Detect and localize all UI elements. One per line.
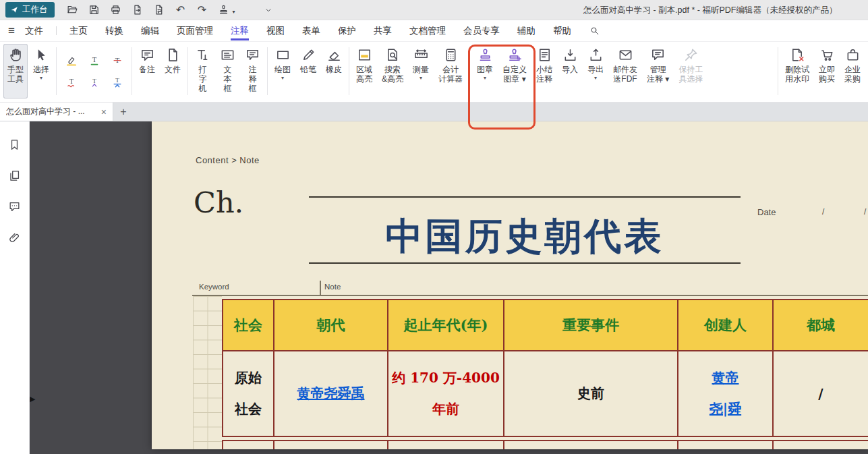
undo-icon[interactable]: ↶ — [175, 4, 187, 16]
ribbon-button-drawing[interactable]: 绘图▾ — [270, 44, 295, 98]
ribbon-label: 邮件发 — [613, 65, 637, 74]
ribbon-collapse-icon[interactable] — [262, 4, 274, 16]
ribbon-label: 手型 — [7, 65, 24, 74]
ribbon-label: 本 — [224, 74, 232, 84]
convert-doc-icon[interactable] — [153, 4, 165, 16]
ribbon-button-select[interactable]: 选择▾ — [29, 44, 53, 98]
ribbon-label: 导出 — [587, 65, 604, 74]
search-icon[interactable] — [589, 26, 600, 36]
ribbon-button-keep-tool-selected[interactable]: 保持工具选择 — [674, 44, 707, 98]
ribbon-button-measure[interactable]: 测量▾ — [409, 44, 433, 98]
comments-panel-icon[interactable] — [8, 200, 22, 213]
menu-item-file[interactable]: 文件 — [16, 20, 52, 41]
ribbon-button-email-fdf[interactable]: 邮件发送FDF — [609, 44, 641, 98]
window-title: 怎么面对高中学习 - 副本.pdf * - 福昕PDF编辑器（未经授权的产品） — [583, 0, 837, 20]
new-tab-button[interactable]: + — [113, 103, 134, 121]
document-title: 中国历史朝代表 — [309, 210, 741, 262]
menu-item-form[interactable]: 表单 — [293, 20, 329, 41]
open-file-icon[interactable] — [67, 4, 79, 16]
ribbon-button-search-highlight[interactable]: 搜索&高亮 — [378, 44, 407, 98]
callout-icon — [245, 46, 260, 64]
decor-line-bottom — [309, 262, 741, 264]
ribbon-label: 高亮 — [356, 74, 372, 84]
strikeout-text-button[interactable]: T — [107, 51, 127, 70]
menu-item-view[interactable]: 视图 — [258, 20, 293, 41]
dynasty-link[interactable]: 黄帝尧舜禹 — [297, 385, 365, 403]
page-breadcrumb-text: Content > Note — [196, 155, 260, 165]
draw-icon — [275, 46, 291, 64]
menu-item-comment[interactable]: 注释 — [222, 20, 258, 41]
ribbon-button-callout[interactable]: 注释框 — [241, 44, 264, 98]
ribbon-button-manage-comments[interactable]: 管理注释 ▾ — [643, 44, 673, 98]
ribbon-label: &高亮 — [382, 74, 403, 84]
ribbon-button-area-highlight[interactable]: 区域高亮 — [352, 44, 376, 98]
cell-events: 史前 — [504, 351, 678, 436]
print-icon[interactable] — [110, 4, 122, 16]
ribbon-button-hand-tool[interactable]: 手型工具 — [3, 44, 28, 98]
redo-icon[interactable]: ↷ — [196, 4, 208, 16]
menu-item-home[interactable]: 主页 — [61, 20, 96, 41]
ribbon-button-custom-stamp[interactable]: 自定义图章 ▾ — [498, 44, 531, 98]
ribbon-label: 工具 — [7, 74, 24, 84]
ribbon-label: 选择 — [33, 65, 49, 74]
menu-item-member-exclusive[interactable]: 会员专享 — [455, 20, 509, 41]
cell-empty — [504, 441, 678, 449]
ribbon-label: 区域 — [356, 65, 372, 74]
cell-text: 史前 — [577, 385, 604, 403]
menu-item-protect[interactable]: 保护 — [329, 20, 365, 41]
search-highlight-icon — [385, 46, 401, 64]
cell-text: 社会 — [235, 400, 262, 418]
menu-item-edit[interactable]: 编辑 — [132, 20, 168, 41]
highlight-text-button[interactable] — [61, 51, 82, 70]
insert-text-button[interactable]: T — [84, 72, 105, 92]
ribbon-button-typewriter[interactable]: 打字机 — [191, 44, 214, 98]
ribbon-button-file-attachment[interactable]: 文件 — [161, 44, 185, 98]
ribbon-button-calculator[interactable]: 会计计算器 — [434, 44, 467, 98]
menu-item-page-management[interactable]: 页面管理 — [168, 20, 222, 41]
export-doc-icon[interactable] — [132, 4, 144, 16]
quick-stamp-caret-icon[interactable]: ▾ — [233, 9, 235, 16]
document-tab[interactable]: 怎么面对高中学习 - ... × — [0, 103, 113, 121]
ribbon-label: 导入 — [562, 65, 578, 74]
ribbon-button-export-comments[interactable]: 导出▾ — [583, 44, 608, 98]
squiggly-underline-button[interactable]: T — [61, 72, 82, 92]
bookmarks-panel-icon[interactable] — [8, 138, 22, 151]
hamburger-menu-icon[interactable]: ≡ — [8, 24, 15, 38]
ribbon-button-note[interactable]: 备注 — [135, 44, 159, 98]
menu-item-share[interactable]: 共享 — [365, 20, 401, 41]
ribbon-button-remove-trial-watermark[interactable]: 删除试用水印 — [781, 44, 813, 98]
ribbon-button-summary-comments[interactable]: 小结注释 — [532, 44, 556, 98]
ribbon-button-textbox[interactable]: 文本框 — [216, 44, 239, 98]
replace-text-button[interactable]: T — [107, 72, 127, 92]
export-icon — [588, 46, 604, 64]
manage-icon — [650, 46, 666, 64]
ribbon-button-eraser[interactable]: 橡皮 — [322, 44, 346, 98]
header-capital: 都城 — [774, 300, 868, 350]
ribbon-label: 框 — [249, 84, 257, 93]
founder-link[interactable]: 黄帝 — [712, 369, 739, 387]
close-tab-icon[interactable]: × — [101, 107, 107, 117]
pages-panel-icon[interactable] — [8, 169, 22, 182]
cell-text: 原始 — [235, 369, 262, 387]
menu-item-convert[interactable]: 转换 — [96, 20, 132, 41]
pencil-icon — [301, 46, 316, 64]
ribbon-button-pencil[interactable]: 铅笔 — [296, 44, 320, 98]
stamp-icon — [478, 46, 493, 64]
chapter-label: Ch. — [194, 186, 243, 219]
workspace-button[interactable]: 工作台 — [5, 2, 55, 18]
attachments-panel-icon[interactable] — [8, 231, 22, 244]
underline-text-button[interactable]: T — [84, 51, 105, 70]
save-icon[interactable] — [88, 4, 100, 16]
menu-item-document-management[interactable]: 文档管理 — [401, 20, 455, 41]
founder-link[interactable]: 尧|舜 — [710, 400, 741, 418]
menu-item-assist[interactable]: 辅助 — [509, 20, 544, 41]
ribbon-button-stamp[interactable]: 图章▾ — [473, 44, 497, 98]
ribbon-button-buy-now[interactable]: 立即购买 — [815, 44, 839, 98]
date-label: Date — [757, 207, 776, 217]
menu-item-help[interactable]: 帮助 — [544, 20, 580, 41]
ribbon-label: 图章 — [477, 65, 493, 74]
ribbon-button-import-comments[interactable]: 导入 — [558, 44, 582, 98]
quick-stamp-icon[interactable] — [218, 4, 230, 16]
ribbon-button-enterprise-purchase[interactable]: 企业采购 — [840, 44, 865, 98]
panel-expand-handle[interactable]: ▶ — [30, 395, 35, 403]
